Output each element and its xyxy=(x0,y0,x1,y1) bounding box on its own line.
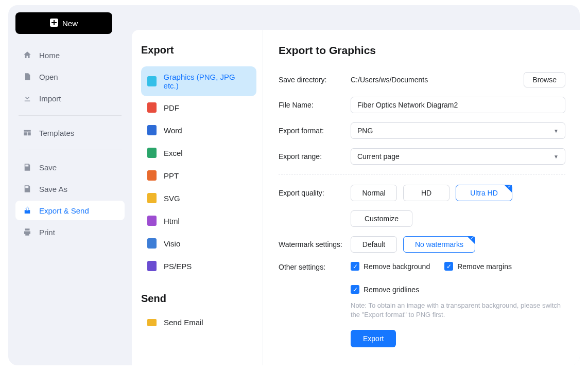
app-window: New Home Open Import Templates Save Save… xyxy=(8,5,580,365)
check-icon: ✓ xyxy=(351,262,359,271)
save-directory-value: C:/Users/ws/Documents xyxy=(351,76,517,84)
save-as-icon xyxy=(23,184,32,193)
browse-button[interactable]: Browse xyxy=(524,72,565,87)
export-item-ppt[interactable]: PPT xyxy=(141,164,256,187)
sidebar-item-save-as[interactable]: Save As xyxy=(15,179,125,199)
svg-icon xyxy=(147,193,157,203)
send-title: Send xyxy=(141,293,256,305)
export-item-label: Word xyxy=(164,126,182,135)
sidebar-item-label: Import xyxy=(39,94,61,103)
export-item-excel[interactable]: Excel xyxy=(141,141,256,164)
export-settings-panel: Export to Graphics Save directory: C:/Us… xyxy=(263,30,580,365)
checkbox-label: Remove background xyxy=(364,262,430,271)
export-item-label: SVG xyxy=(164,194,180,203)
send-email[interactable]: Send Email xyxy=(141,312,256,333)
visio-icon xyxy=(147,238,157,249)
save-directory-label: Save directory: xyxy=(279,76,351,84)
export-format-value: PNG xyxy=(357,127,373,135)
divider xyxy=(19,150,122,150)
customize-button[interactable]: Customize xyxy=(351,210,412,227)
templates-icon xyxy=(23,128,32,137)
file-name-input[interactable] xyxy=(351,97,565,113)
sidebar-item-open[interactable]: Open xyxy=(15,67,125,86)
check-icon: ✓ xyxy=(351,285,359,294)
file-name-label: File Name: xyxy=(279,101,351,109)
export-item-label: Graphics (PNG, JPG etc.) xyxy=(164,73,250,90)
export-range-select[interactable]: Current page ▼ xyxy=(351,148,565,165)
file-icon xyxy=(23,72,32,81)
sidebar: New Home Open Import Templates Save Save… xyxy=(8,5,132,365)
sidebar-item-label: Save xyxy=(39,163,57,172)
export-item-pseps[interactable]: PS/EPS xyxy=(141,255,256,277)
save-icon xyxy=(23,163,32,172)
new-button-label: New xyxy=(62,19,78,28)
chevron-down-icon: ▼ xyxy=(554,154,559,160)
export-item-label: Excel xyxy=(164,149,183,157)
pseps-icon xyxy=(147,261,157,271)
export-item-graphics[interactable]: Graphics (PNG, JPG etc.) xyxy=(141,66,256,96)
watermark-none-button[interactable]: No watermarks xyxy=(403,236,475,253)
watermark-label: Watermark settings: xyxy=(279,240,351,249)
export-item-word[interactable]: Word xyxy=(141,119,256,141)
quality-ultra-hd-button[interactable]: Ultra HD xyxy=(456,185,512,201)
export-button[interactable]: Export xyxy=(351,330,396,347)
new-button[interactable]: New xyxy=(15,12,112,34)
watermark-default-button[interactable]: Default xyxy=(351,236,397,253)
ppt-icon xyxy=(147,170,157,181)
send-email-label: Send Email xyxy=(164,318,203,327)
excel-icon xyxy=(147,148,157,158)
home-icon xyxy=(23,50,32,60)
export-range-value: Current page xyxy=(357,152,400,161)
panel-title: Export to Graphics xyxy=(279,44,565,57)
export-quality-label: Export quality: xyxy=(279,189,351,197)
export-item-label: PDF xyxy=(164,103,179,112)
import-icon xyxy=(23,94,32,103)
quality-normal-button[interactable]: Normal xyxy=(351,185,397,201)
divider xyxy=(279,174,565,174)
checkbox-label: Remove margins xyxy=(457,262,512,271)
sidebar-item-print[interactable]: Print xyxy=(15,222,125,242)
export-title: Export xyxy=(141,44,256,56)
pdf-icon xyxy=(147,102,157,113)
print-icon xyxy=(23,227,32,237)
export-item-pdf[interactable]: PDF xyxy=(141,96,256,119)
export-format-label: Export format: xyxy=(279,127,351,135)
sidebar-item-home[interactable]: Home xyxy=(15,45,125,65)
plus-icon xyxy=(50,19,58,28)
note-text: Note: To obtain an image with a transpar… xyxy=(351,301,565,320)
sidebar-item-label: Export & Send xyxy=(39,206,89,215)
sidebar-item-export-send[interactable]: Export & Send xyxy=(15,201,125,220)
export-item-visio[interactable]: Visio xyxy=(141,232,256,255)
checkbox-label: Remove gridlines xyxy=(364,286,419,294)
export-item-label: Html xyxy=(164,217,180,225)
export-item-label: PS/EPS xyxy=(164,262,192,271)
sidebar-item-label: Save As xyxy=(39,185,67,193)
sidebar-item-import[interactable]: Import xyxy=(15,88,125,108)
main-panel: Export Graphics (PNG, JPG etc.) PDF Word… xyxy=(132,30,580,365)
sidebar-item-label: Templates xyxy=(39,129,74,137)
other-settings-label: Other settings: xyxy=(279,262,351,271)
export-column: Export Graphics (PNG, JPG etc.) PDF Word… xyxy=(132,30,263,365)
html-icon xyxy=(147,216,157,226)
email-icon xyxy=(147,319,157,326)
sidebar-item-save[interactable]: Save xyxy=(15,157,125,177)
quality-hd-button[interactable]: HD xyxy=(403,185,449,201)
export-format-select[interactable]: PNG ▼ xyxy=(351,122,565,139)
export-icon xyxy=(23,206,32,215)
chevron-down-icon: ▼ xyxy=(554,128,559,134)
divider xyxy=(19,115,122,116)
export-range-label: Export range: xyxy=(279,152,351,161)
check-icon: ✓ xyxy=(444,262,453,271)
export-item-html[interactable]: Html xyxy=(141,209,256,232)
sidebar-item-label: Home xyxy=(39,51,60,60)
export-item-label: PPT xyxy=(164,171,179,180)
sidebar-item-label: Open xyxy=(39,73,58,81)
remove-background-checkbox[interactable]: ✓ Remove background xyxy=(351,262,430,271)
remove-margins-checkbox[interactable]: ✓ Remove margins xyxy=(444,262,512,271)
word-icon xyxy=(147,125,157,135)
graphics-icon xyxy=(147,76,157,86)
svg-rect-2 xyxy=(51,22,57,23)
sidebar-item-templates[interactable]: Templates xyxy=(15,123,125,143)
remove-gridlines-checkbox[interactable]: ✓ Remove gridlines xyxy=(351,285,419,294)
export-item-svg[interactable]: SVG xyxy=(141,187,256,209)
